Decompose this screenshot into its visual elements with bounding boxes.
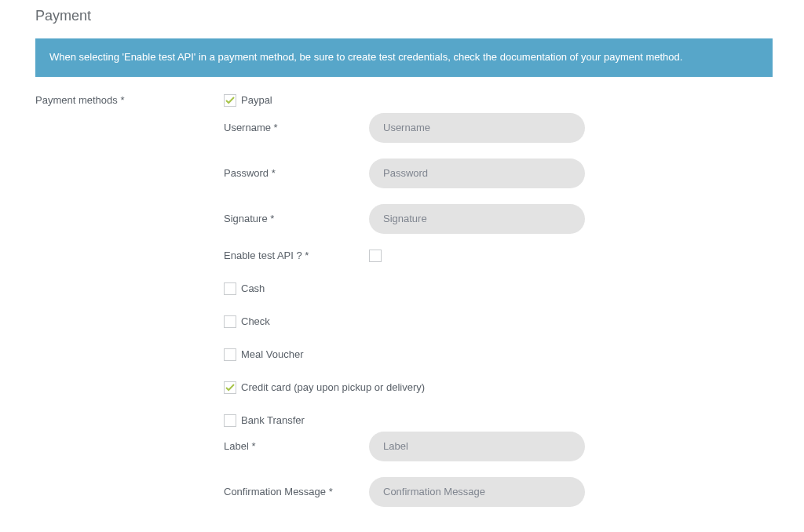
paypal-signature-label: Signature * — [224, 213, 369, 224]
paypal-username-input[interactable] — [369, 113, 585, 143]
meal-voucher-label: Meal Voucher — [241, 348, 304, 360]
cash-checkbox[interactable] — [224, 282, 236, 295]
paypal-password-input[interactable] — [369, 159, 585, 188]
bank-label-field-label: Label * — [224, 440, 369, 452]
paypal-label: Paypal — [241, 94, 272, 106]
info-alert: When selecting 'Enable test API' in a pa… — [35, 38, 773, 77]
check-option[interactable]: Check — [224, 315, 773, 328]
bank-label-row: Label * — [224, 432, 773, 461]
paypal-signature-input[interactable] — [369, 204, 585, 234]
paypal-username-row: Username * — [224, 113, 773, 143]
paypal-username-label: Username * — [224, 122, 369, 133]
credit-card-label: Credit card (pay upon pickup or delivery… — [241, 381, 425, 393]
paypal-password-row: Password * — [224, 159, 773, 188]
paypal-checkbox[interactable] — [224, 94, 236, 107]
paypal-testapi-row: Enable test API ? * — [224, 250, 773, 262]
bank-confirmation-row: Confirmation Message * — [224, 477, 773, 507]
paypal-option[interactable]: Paypal — [224, 94, 773, 107]
credit-card-checkbox[interactable] — [224, 381, 236, 394]
bank-transfer-checkbox[interactable] — [224, 414, 236, 427]
payment-methods-row: Payment methods * Paypal Username * Pass… — [35, 94, 773, 523]
bank-transfer-option[interactable]: Bank Transfer — [224, 414, 773, 427]
bank-confirmation-input[interactable] — [369, 477, 585, 507]
bank-transfer-label: Bank Transfer — [241, 414, 305, 426]
page-title: Payment — [35, 8, 773, 24]
bank-confirmation-label: Confirmation Message * — [224, 486, 369, 497]
meal-voucher-checkbox[interactable] — [224, 348, 236, 361]
cash-label: Cash — [241, 282, 265, 294]
cash-option[interactable]: Cash — [224, 282, 773, 295]
paypal-signature-row: Signature * — [224, 204, 773, 234]
paypal-testapi-label: Enable test API ? * — [224, 250, 369, 261]
check-label: Check — [241, 315, 270, 327]
check-checkbox[interactable] — [224, 315, 236, 328]
meal-voucher-option[interactable]: Meal Voucher — [224, 348, 773, 361]
bank-label-input[interactable] — [369, 432, 585, 461]
paypal-password-label: Password * — [224, 167, 369, 179]
payment-methods-label: Payment methods * — [35, 94, 224, 106]
paypal-testapi-checkbox[interactable] — [369, 250, 382, 262]
credit-card-option[interactable]: Credit card (pay upon pickup or delivery… — [224, 381, 773, 394]
payment-methods-content: Paypal Username * Password * Signature *… — [224, 94, 773, 523]
